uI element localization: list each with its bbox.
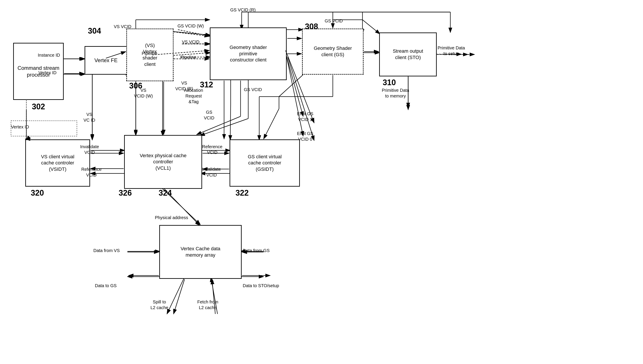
vertex-cache-memory-box: Vertex Cache datamemory array (159, 225, 242, 279)
stream-output-box: Stream outputclient (STO) (379, 32, 437, 76)
label-physical-address: Physical address (155, 215, 188, 220)
gs-primitive-box: Geometry shaderprimitiveconstructor clie… (210, 28, 287, 80)
label-invalidate-vcid-right: InvalidateVCID (202, 166, 221, 178)
svg-line-36 (286, 53, 303, 116)
label-primitive-data-setup: Primitive Datato setup (438, 45, 465, 56)
label-data-to-gs: Data to GS (95, 283, 117, 288)
label-gs-vcid-2: GS VCID (244, 87, 262, 92)
svg-line-32 (230, 104, 231, 140)
svg-line-62 (174, 32, 209, 36)
label-data-to-sto: Data to STO/setup (243, 283, 279, 288)
svg-line-84 (264, 109, 279, 139)
label-gs-vcid-mid: GSVCID (204, 109, 214, 121)
label-gs-vcid-top-right: GS VCID (325, 18, 343, 24)
label-emit-gs-vcid0: Emit GSVCID 0 (297, 131, 313, 142)
svg-line-12 (178, 30, 210, 36)
label-fetch-l2: Fetch fromL2 cache (197, 299, 218, 310)
number-322: 322 (236, 188, 249, 198)
label-vertex-id-left: Vertex ID (11, 124, 29, 130)
label-primitive-data-memory: Primitive Datato memory (382, 88, 409, 99)
label-vs-vcid-dashed: VS VCID (182, 39, 200, 45)
number-326: 326 (119, 188, 132, 198)
svg-line-95 (174, 279, 185, 314)
label-reference-vcid-right: ReferenceVCID (202, 144, 222, 155)
gs-client-box: Geometry Shaderclient (GS) (302, 28, 364, 75)
label-alloc-req: AllocationRequest&Tag (184, 88, 203, 104)
label-invalidate-vcid-left: InvalidateVCID (80, 144, 99, 155)
number-304: 304 (88, 26, 101, 36)
label-vertex-id-top: Vertex ID (39, 70, 57, 76)
svg-line-79 (197, 116, 241, 134)
vertex-fe-box: Vertex FE (85, 46, 127, 75)
number-320: 320 (31, 188, 44, 198)
diagram-container: Command stream processor Vertex FE (VS)V… (0, 0, 643, 364)
label-vs-vc-id: VSVC ID (84, 112, 95, 123)
gs-virtual-cache-box: GS client virtualcache controler(GSIDT) (230, 140, 300, 186)
label-reference-vcid-left: ReferenceVCID (81, 166, 102, 178)
vertex-physical-cache-box: Vertex physical cachecontroller(VCL1) (124, 135, 202, 189)
label-pipeline-mid: Pipeline (181, 54, 196, 60)
number-308: 308 (305, 22, 318, 31)
svg-line-37 (287, 57, 303, 136)
number-324: 324 (159, 188, 172, 198)
label-gs-vcid-r: GS VCID (R) (230, 7, 256, 13)
svg-line-18 (362, 20, 380, 34)
label-pipeline-top: Pipeline (142, 50, 157, 56)
svg-line-47 (167, 277, 185, 314)
label-emit-gs-vcid1: Emit GSVCID 1 (297, 111, 313, 122)
label-spill-l2: Spill toL2 cache (151, 299, 168, 310)
label-instance-id: Instance ID (38, 52, 60, 58)
svg-line-30 (200, 118, 248, 136)
number-302: 302 (32, 102, 45, 111)
label-vs-vcid-top: VS VCID (114, 24, 131, 30)
label-data-from-vs: Data from VS (93, 248, 120, 253)
number-310: 310 (383, 78, 396, 87)
label-vs-vcid-w: VSVCID (W) (134, 88, 153, 99)
label-gs-vcid-w: GS VCID (W) (178, 23, 204, 29)
label-data-from-gs: Data from GS (243, 248, 270, 253)
